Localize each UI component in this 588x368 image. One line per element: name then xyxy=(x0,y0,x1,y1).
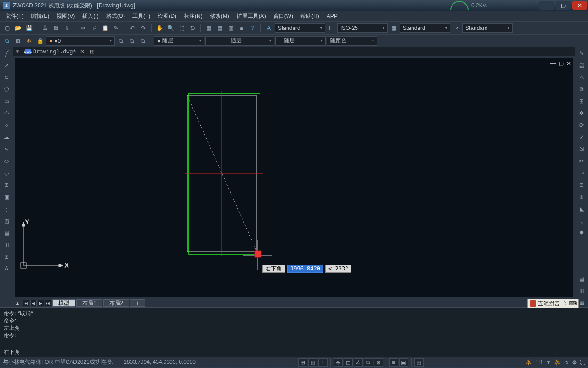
break-icon[interactable]: ⊟ xyxy=(577,180,586,190)
circle-icon[interactable]: ○ xyxy=(2,121,11,130)
fillet-icon[interactable]: ◟ xyxy=(577,216,586,225)
scale-icon[interactable]: ⤢ xyxy=(577,132,586,142)
add-layout-tab[interactable]: + xyxy=(130,299,145,307)
tab-prev-icon[interactable]: ◀ xyxy=(30,300,37,306)
design-center-icon[interactable]: ▤ xyxy=(215,23,225,33)
menu-draw[interactable]: 绘图(D) xyxy=(154,12,180,20)
extend-icon[interactable]: ⇥ xyxy=(577,168,586,178)
layer-iso-icon[interactable]: ⧉ xyxy=(127,36,137,46)
point-icon[interactable]: ⋮ xyxy=(2,204,11,213)
text-icon[interactable]: A xyxy=(2,264,11,273)
polar-toggle[interactable]: ⊕ xyxy=(334,358,343,367)
annoscale-icon[interactable]: ⛹ xyxy=(554,359,561,366)
trim-icon[interactable]: ✂ xyxy=(577,156,586,166)
menu-insert[interactable]: 插入(I) xyxy=(79,12,102,20)
otrack-toggle[interactable]: ∠ xyxy=(354,358,363,367)
dim-style-dropdown[interactable]: ISO-25▼ xyxy=(337,23,388,33)
copy-icon[interactable]: ⎘ xyxy=(89,23,99,33)
redo-icon[interactable]: ↷ xyxy=(138,23,148,33)
copy-obj-icon[interactable]: ⿻ xyxy=(577,61,586,70)
ime-moon-icon[interactable]: ☽ xyxy=(562,300,567,307)
properties-icon[interactable]: ▦ xyxy=(204,23,214,33)
menu-tools[interactable]: 工具(T) xyxy=(129,12,154,20)
paste-icon[interactable]: 📋 xyxy=(100,23,110,33)
model-toggle[interactable]: ▣ xyxy=(399,358,408,367)
plotstyle-dropdown[interactable]: 随颜色▼ xyxy=(327,36,377,46)
tab-close-icon[interactable]: ✕ xyxy=(80,48,85,55)
command-input[interactable]: 右下角 xyxy=(0,347,588,357)
mirror-icon[interactable]: ⧋ xyxy=(577,73,586,82)
table-style-icon[interactable]: ▦ xyxy=(389,23,399,33)
layer-dropdown[interactable]: ●■ 0▼ xyxy=(46,36,115,46)
offset-icon[interactable]: ⧉ xyxy=(577,85,586,94)
human-icon[interactable]: ⛹ xyxy=(526,359,532,366)
layer-prev-icon[interactable]: ⧉ xyxy=(116,36,126,46)
cycle-toggle[interactable]: ▦ xyxy=(414,358,424,367)
help-icon[interactable]: ? xyxy=(248,23,258,33)
menu-view[interactable]: 视图(V) xyxy=(53,12,79,20)
fullscreen-icon[interactable]: ⛶ xyxy=(580,359,585,366)
annovis-icon[interactable]: ⛭ xyxy=(564,359,569,366)
linetype-dropdown[interactable]: ———— 随层▼ xyxy=(205,36,274,46)
text-style-icon[interactable]: A xyxy=(264,23,274,33)
layout1-tab[interactable]: 布局1 xyxy=(76,299,102,307)
ime-toolbar[interactable]: 五笔拼音 ☽ ⌨ xyxy=(527,299,579,308)
grid-toggle[interactable]: ▦ xyxy=(308,358,317,367)
tool-palette-icon[interactable]: ▥ xyxy=(226,23,236,33)
spline-icon[interactable]: ∿ xyxy=(2,144,11,154)
tab-first-icon[interactable]: ⏮ xyxy=(23,300,29,306)
menu-format[interactable]: 格式(O) xyxy=(102,12,129,20)
tab-next-icon[interactable]: ▶ xyxy=(38,300,44,306)
layer-freeze-icon[interactable]: ❄ xyxy=(24,36,34,46)
layer-lock-icon[interactable]: 🔒 xyxy=(35,36,45,46)
pan-icon[interactable]: ✋ xyxy=(154,23,164,33)
print-icon[interactable]: 🖶 xyxy=(40,23,50,33)
undo-icon[interactable]: ↶ xyxy=(127,23,137,33)
zoom-prev-icon[interactable]: ⮌ xyxy=(187,23,198,33)
join-icon[interactable]: ⊕ xyxy=(577,192,586,201)
block-icon[interactable]: ▣ xyxy=(2,192,11,201)
zoom-rt-icon[interactable]: 🔍 xyxy=(165,23,175,33)
open-icon[interactable]: 📂 xyxy=(13,23,23,33)
revcloud-icon[interactable]: ☁ xyxy=(2,132,11,142)
polygon-icon[interactable]: ⬠ xyxy=(2,85,11,94)
pline-icon[interactable]: ⊂ xyxy=(2,73,11,82)
color-dropdown[interactable]: ■随层▼ xyxy=(154,36,204,46)
ducs-toggle[interactable]: ⧉ xyxy=(364,358,373,367)
ellipse-icon[interactable]: ⬭ xyxy=(2,156,11,166)
drawing-canvas[interactable]: — ▢ ✕ Y X xyxy=(15,58,573,297)
dyn-toggle[interactable]: ⊕ xyxy=(374,358,383,367)
maximize-button[interactable]: ▢ xyxy=(556,1,571,10)
ortho-toggle[interactable]: ⊥ xyxy=(318,358,328,367)
osnap-toggle[interactable]: ◻ xyxy=(344,358,353,367)
palette2-icon[interactable]: ▥ xyxy=(577,286,586,295)
tab-last-icon[interactable]: ⏭ xyxy=(45,300,51,306)
menu-app[interactable]: APP+ xyxy=(323,13,345,19)
cut-icon[interactable]: ✂ xyxy=(78,23,88,33)
gradient-icon[interactable]: ▦ xyxy=(2,228,11,237)
table-icon[interactable]: ⊞ xyxy=(2,252,11,261)
erase-icon[interactable]: ✎ xyxy=(577,49,586,58)
mleader-style-icon[interactable]: ↗ xyxy=(451,23,461,33)
menu-file[interactable]: 文件(F) xyxy=(2,12,27,20)
new-icon[interactable]: ▢ xyxy=(2,23,12,33)
table-style-dropdown[interactable]: Standard▼ xyxy=(400,23,450,33)
ime-keyboard-icon[interactable]: ⌨ xyxy=(569,300,577,307)
zoom-win-icon[interactable]: ⬚ xyxy=(176,23,187,33)
menu-dim[interactable]: 标注(N) xyxy=(180,12,206,20)
lineweight-dropdown[interactable]: — 随层▼ xyxy=(275,36,326,46)
menu-window[interactable]: 窗口(W) xyxy=(270,12,297,20)
model-tab[interactable]: 模型 xyxy=(52,299,75,307)
menu-edit[interactable]: 编辑(E) xyxy=(27,12,53,20)
snap-toggle[interactable]: ⊞ xyxy=(298,358,307,367)
chamfer-icon[interactable]: ◣ xyxy=(577,204,586,213)
lwt-toggle[interactable]: ≡ xyxy=(389,358,398,367)
menu-ext[interactable]: 扩展工具(X) xyxy=(233,12,270,20)
rotate-icon[interactable]: ⟳ xyxy=(577,121,586,130)
arc-icon[interactable]: ◠ xyxy=(2,109,11,118)
layout2-tab[interactable]: 布局2 xyxy=(103,299,130,307)
layer-manager-icon[interactable]: ⧉ xyxy=(2,36,12,46)
palette1-icon[interactable]: ▤ xyxy=(577,274,586,283)
hatch-icon[interactable]: ▨ xyxy=(2,216,11,225)
new-tab-icon[interactable]: ⊞ xyxy=(87,46,97,57)
